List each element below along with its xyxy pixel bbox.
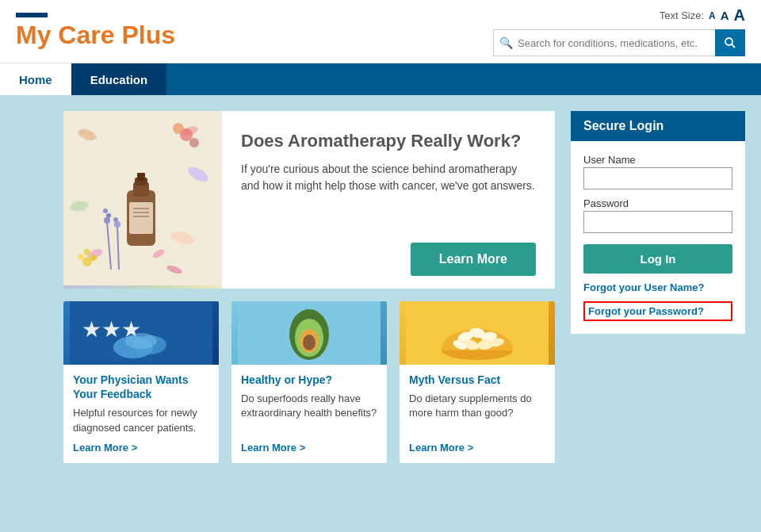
card-physician-link[interactable]: Learn More >	[73, 442, 209, 454]
featured-text-area: Does Aromatherapy Really Work? If you're…	[222, 111, 555, 289]
svg-point-14	[106, 213, 111, 218]
svg-point-28	[78, 254, 84, 260]
card-physician-image: ★★★	[63, 301, 219, 365]
card-pills-desc: Do dietary supplements do more harm than…	[409, 392, 545, 435]
svg-point-17	[114, 221, 120, 228]
cards-row: ★★★ Your Physician Wants Your Feedback H…	[63, 301, 555, 463]
card-avocado: Healthy or Hype? Do superfoods really ha…	[231, 301, 387, 463]
featured-title: Does Aromatherapy Really Work?	[241, 130, 536, 153]
text-size-small[interactable]: A	[709, 10, 716, 21]
username-field-group: User Name	[583, 154, 732, 189]
card-physician-body: Your Physician Wants Your Feedback Helpf…	[63, 365, 219, 463]
username-input[interactable]	[583, 167, 732, 189]
search-icon	[724, 36, 736, 49]
text-size-label: Text Size:	[660, 10, 704, 21]
header: My Care Plus Text Size: A A A 🔍	[0, 0, 761, 63]
username-label: User Name	[583, 154, 732, 166]
logo-text: My Care Plus	[16, 21, 175, 50]
search-button[interactable]	[715, 29, 745, 56]
nav-item-education[interactable]: Education	[71, 63, 167, 95]
nav-item-home[interactable]: Home	[0, 63, 71, 95]
login-button[interactable]: Log In	[583, 244, 732, 274]
logo-bar	[16, 13, 48, 17]
svg-point-18	[113, 217, 118, 222]
svg-point-29	[90, 255, 97, 261]
secure-login-header: Secure Login	[571, 111, 745, 141]
svg-rect-23	[129, 202, 153, 234]
svg-point-15	[103, 209, 108, 213]
password-label: Password	[583, 197, 732, 209]
svg-point-13	[104, 217, 110, 224]
text-size-medium[interactable]: A	[721, 9, 729, 22]
text-size-row: Text Size: A A A	[660, 6, 745, 25]
card-avocado-title: Healthy or Hype?	[241, 373, 377, 387]
svg-line-1	[732, 44, 735, 48]
featured-image	[63, 111, 222, 289]
card-physician-desc: Helpful resources for newly diagnosed ca…	[73, 406, 209, 434]
password-input[interactable]	[583, 211, 732, 233]
logo-area: My Care Plus	[16, 13, 175, 50]
card-physician: ★★★ Your Physician Wants Your Feedback H…	[63, 301, 219, 463]
featured-btn-row: Learn More	[241, 243, 536, 276]
search-row: 🔍	[493, 29, 745, 56]
featured-description: If you're curious about the science behi…	[241, 161, 536, 194]
card-avocado-image	[231, 301, 387, 365]
login-sidebar: Secure Login User Name Password Log In F…	[571, 111, 745, 463]
login-body: User Name Password Log In Forgot your Us…	[571, 141, 745, 334]
svg-point-0	[725, 38, 732, 45]
card-pills-image	[400, 301, 555, 365]
card-pills-body: Myth Versus Fact Do dietary supplements …	[400, 365, 555, 463]
featured-card: Does Aromatherapy Really Work? If you're…	[63, 111, 555, 289]
main-area: Does Aromatherapy Really Work? If you're…	[0, 95, 761, 479]
card-pills-link[interactable]: Learn More >	[409, 442, 545, 454]
header-right: Text Size: A A A 🔍	[493, 6, 745, 56]
text-size-large[interactable]: A	[734, 6, 745, 25]
featured-learn-more-button[interactable]: Learn More	[411, 243, 536, 276]
forgot-username-link[interactable]: Forgot your User Name?	[583, 281, 732, 293]
search-input[interactable]	[493, 29, 715, 56]
forgot-password-link[interactable]: Forgot your Password?	[583, 301, 732, 321]
card-avocado-desc: Do superfoods really have extraordinary …	[241, 392, 377, 435]
svg-point-10	[173, 123, 184, 134]
nav-bar: Home Education	[0, 63, 761, 95]
svg-point-30	[84, 249, 90, 255]
card-pills-title: Myth Versus Fact	[409, 373, 545, 387]
card-physician-title: Your Physician Wants Your Feedback	[73, 373, 209, 401]
svg-point-37	[125, 333, 157, 349]
password-field-group: Password	[583, 197, 732, 233]
content-col: Does Aromatherapy Really Work? If you're…	[63, 111, 555, 463]
card-pills: Myth Versus Fact Do dietary supplements …	[400, 301, 555, 463]
svg-rect-22	[137, 173, 145, 181]
svg-point-11	[189, 138, 199, 147]
card-avocado-body: Healthy or Hype? Do superfoods really ha…	[231, 365, 387, 463]
search-input-wrap: 🔍	[493, 29, 715, 56]
svg-point-42	[303, 335, 315, 350]
card-avocado-link[interactable]: Learn More >	[241, 442, 377, 454]
